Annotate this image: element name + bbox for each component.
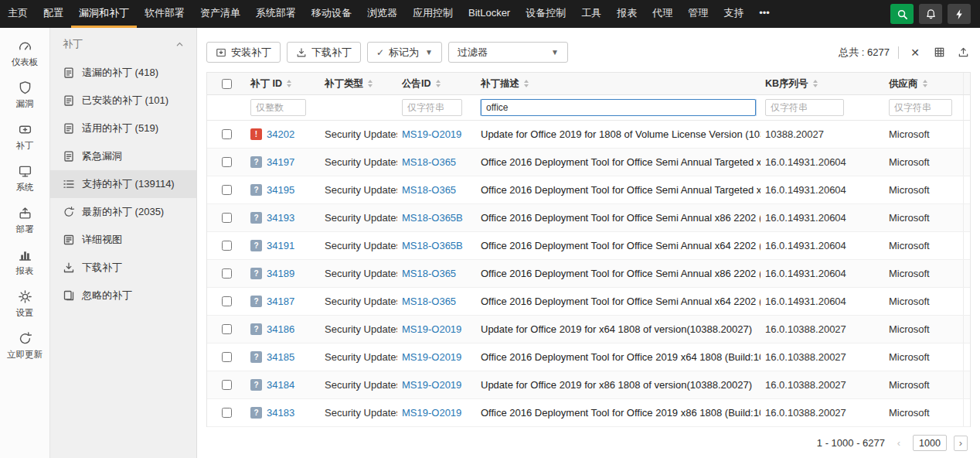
- next-page-button[interactable]: ›: [954, 436, 968, 451]
- nav-tab[interactable]: 浏览器: [359, 0, 405, 28]
- filter-patch-id-input[interactable]: [250, 99, 306, 116]
- table-row[interactable]: ?34193Security UpdatesMS18-O365BOffice 2…: [207, 204, 970, 232]
- table-row[interactable]: ?34197Security UpdatesMS18-O365Office 20…: [207, 149, 970, 176]
- patch-id-link[interactable]: 34191: [267, 240, 294, 251]
- sort-icon[interactable]: [287, 80, 291, 87]
- column-view-button[interactable]: [931, 45, 947, 60]
- sort-icon[interactable]: [813, 80, 818, 87]
- sort-icon[interactable]: [923, 80, 927, 87]
- nav-tab[interactable]: •••: [751, 0, 778, 28]
- patch-id-link[interactable]: 34195: [267, 184, 294, 196]
- table-row[interactable]: ?34191Security UpdatesMS18-O365BOffice 2…: [207, 232, 970, 260]
- nav-tab[interactable]: 工具: [573, 0, 609, 28]
- bulletin-id-link[interactable]: MS18-O365: [402, 184, 456, 196]
- bulletin-id-link[interactable]: MS18-O365: [402, 296, 456, 307]
- table-row[interactable]: ?34187Security UpdatesMS18-O365Office 20…: [207, 288, 970, 316]
- table-row[interactable]: ?34183Security UpdatesMS19-O2019Office 2…: [207, 399, 970, 427]
- rail-item-dashboard[interactable]: 仪表板: [0, 32, 49, 74]
- row-checkbox[interactable]: [222, 296, 232, 306]
- nav-tab[interactable]: 移动设备: [304, 0, 359, 28]
- rail-item-reports[interactable]: 报表: [0, 241, 49, 283]
- rail-item-vulnerabilities[interactable]: 漏洞: [0, 74, 49, 116]
- patch-id-link[interactable]: 34187: [267, 296, 294, 307]
- row-checkbox[interactable]: [222, 352, 232, 362]
- rail-item-systems[interactable]: 系统: [0, 158, 49, 200]
- install-patch-button[interactable]: 安装补丁: [206, 42, 281, 63]
- filter-dropdown[interactable]: 过滤器 ▼: [448, 42, 568, 63]
- sidebar-item-installed-patches[interactable]: 已安装的补丁 (101): [50, 87, 196, 114]
- row-checkbox[interactable]: [222, 129, 232, 139]
- patch-id-link[interactable]: 34193: [267, 212, 294, 224]
- prev-page-button[interactable]: ‹: [892, 436, 906, 451]
- nav-tab[interactable]: 主页: [0, 0, 36, 28]
- nav-tab[interactable]: 应用控制: [405, 0, 461, 28]
- bulletin-id-link[interactable]: MS18-O365B: [402, 240, 463, 251]
- search-button[interactable]: [890, 4, 914, 24]
- nav-tab[interactable]: 代理: [645, 0, 680, 28]
- bulletin-id-link[interactable]: MS19-O2019: [402, 407, 461, 419]
- sidebar-item-download-patches[interactable]: 下载补丁: [50, 254, 196, 282]
- row-checkbox[interactable]: [222, 380, 232, 390]
- table-row[interactable]: ?34186Security UpdatesMS19-O2019Update f…: [207, 316, 970, 344]
- rail-item-patches[interactable]: 补丁: [0, 116, 49, 158]
- patch-id-link[interactable]: 34184: [267, 379, 294, 391]
- table-row[interactable]: ?34189Security UpdatesMS18-O365Office 20…: [207, 260, 970, 288]
- sidebar-item-missing-patches[interactable]: 遗漏的补丁 (418): [50, 59, 196, 87]
- nav-tab[interactable]: 配置: [36, 0, 71, 28]
- row-checkbox[interactable]: [222, 324, 232, 334]
- sidebar-item-detailed-view[interactable]: 详细视图: [50, 226, 196, 254]
- row-checkbox[interactable]: [222, 268, 232, 279]
- patch-id-link[interactable]: 34202: [267, 128, 294, 140]
- row-checkbox[interactable]: [222, 185, 232, 195]
- bulletin-id-link[interactable]: MS18-O365: [402, 268, 456, 279]
- sort-icon[interactable]: [436, 80, 441, 87]
- nav-tab[interactable]: 系统部署: [248, 0, 304, 28]
- column-header[interactable]: 供应商: [884, 77, 963, 91]
- row-checkbox[interactable]: [222, 157, 232, 167]
- nav-tab[interactable]: 支持: [716, 0, 751, 28]
- nav-tab[interactable]: 漏洞和补丁: [71, 0, 137, 28]
- bulletin-id-link[interactable]: MS18-O365: [402, 156, 456, 168]
- sidebar-item-critical-vulnerabilities[interactable]: 紧急漏洞: [50, 142, 196, 170]
- rail-item-update-now[interactable]: 立即更新: [0, 325, 49, 367]
- table-row[interactable]: ?34184Security UpdatesMS19-O2019Update f…: [207, 371, 970, 399]
- patch-id-link[interactable]: 34197: [267, 156, 294, 168]
- table-row[interactable]: ?34195Security UpdatesMS18-O365Office 20…: [207, 176, 970, 204]
- nav-tab[interactable]: BitLocker: [461, 0, 518, 28]
- table-row[interactable]: ?34185Security UpdatesMS19-O2019Office 2…: [207, 344, 970, 371]
- patch-id-link[interactable]: 34183: [267, 407, 294, 419]
- download-patch-button[interactable]: 下载补丁: [287, 42, 361, 63]
- filter-vendor-input[interactable]: [889, 99, 952, 116]
- bulletin-id-link[interactable]: MS19-O2019: [402, 379, 461, 391]
- filter-description-input[interactable]: [481, 99, 756, 116]
- column-header[interactable]: 补丁类型: [320, 77, 397, 91]
- page-size-input[interactable]: [913, 435, 947, 451]
- nav-tab[interactable]: 设备控制: [518, 0, 573, 28]
- clear-filter-button[interactable]: ✕: [907, 45, 923, 60]
- select-all-checkbox[interactable]: [222, 79, 232, 89]
- row-checkbox[interactable]: [222, 408, 232, 418]
- filter-bulletin-id-input[interactable]: [402, 99, 462, 116]
- quick-actions-button[interactable]: [948, 4, 971, 24]
- table-row[interactable]: !34202Security UpdatesMS19-O2019Update f…: [207, 121, 970, 149]
- row-checkbox[interactable]: [222, 213, 232, 223]
- bulletin-id-link[interactable]: MS19-O2019: [402, 128, 461, 140]
- bulletin-id-link[interactable]: MS19-O2019: [402, 323, 461, 335]
- mark-as-dropdown[interactable]: ✓ 标记为 ▼: [367, 42, 442, 63]
- rail-item-settings[interactable]: 设置: [0, 283, 49, 325]
- notifications-button[interactable]: [919, 4, 942, 24]
- sidebar-item-latest-patches[interactable]: 最新的补丁 (2035): [50, 198, 196, 226]
- sidebar-item-ignored-patches[interactable]: 忽略的补丁: [50, 282, 196, 309]
- column-header[interactable]: 公告ID: [397, 77, 476, 91]
- bulletin-id-link[interactable]: MS19-O2019: [402, 351, 461, 363]
- sidebar-header[interactable]: 补丁: [50, 28, 196, 59]
- column-header[interactable]: 补丁描述: [476, 77, 761, 91]
- export-button[interactable]: [955, 45, 971, 60]
- column-header[interactable]: 补丁 ID: [246, 77, 320, 91]
- bulletin-id-link[interactable]: MS18-O365B: [402, 212, 463, 224]
- rail-item-deployment[interactable]: 部署: [0, 200, 49, 241]
- nav-tab[interactable]: 管理: [680, 0, 716, 28]
- patch-id-link[interactable]: 34186: [267, 323, 294, 335]
- sort-icon[interactable]: [368, 80, 373, 87]
- nav-tab[interactable]: 资产清单: [192, 0, 248, 28]
